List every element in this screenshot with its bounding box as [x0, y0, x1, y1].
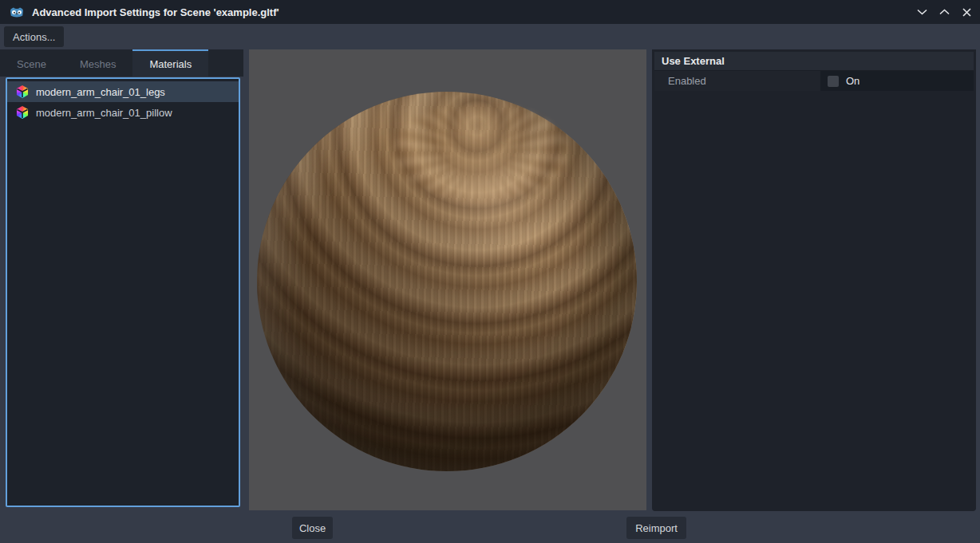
material-preview-viewport: [249, 49, 646, 510]
list-item-material-legs[interactable]: modern_arm_chair_01_legs: [7, 81, 239, 102]
material-icon: [16, 106, 29, 119]
window-controls: [915, 0, 974, 24]
tab-materials[interactable]: Materials: [132, 49, 208, 77]
enabled-checkbox[interactable]: [828, 76, 839, 87]
tab-bar: Scene Meshes Materials: [0, 49, 243, 77]
tab-meshes[interactable]: Meshes: [63, 49, 133, 77]
reimport-button[interactable]: Reimport: [626, 517, 686, 539]
list-item-material-pillow[interactable]: modern_arm_chair_01_pillow: [7, 102, 239, 123]
property-label: Enabled: [654, 71, 820, 91]
title-bar: Advanced Import Settings for Scene 'exam…: [0, 0, 980, 24]
material-preview-sphere: [257, 92, 637, 471]
chevron-up-icon[interactable]: [937, 5, 951, 19]
material-icon: [16, 85, 29, 98]
window-title: Advanced Import Settings for Scene 'exam…: [32, 6, 279, 18]
actions-button[interactable]: Actions...: [4, 26, 64, 47]
list-item-label: modern_arm_chair_01_pillow: [36, 107, 172, 119]
materials-list: modern_arm_chair_01_legs modern_arm_chai…: [6, 77, 240, 507]
property-row-enabled: Enabled On: [654, 71, 974, 91]
close-button[interactable]: Close: [292, 517, 333, 539]
godot-logo-icon: [9, 6, 25, 18]
property-value: On: [820, 71, 974, 91]
tab-scene[interactable]: Scene: [0, 49, 63, 77]
inspector-panel: Use External Enabled On: [652, 49, 976, 511]
list-item-label: modern_arm_chair_01_legs: [36, 86, 165, 98]
sphere-pole-texture: [393, 103, 568, 202]
chevron-down-icon[interactable]: [915, 5, 929, 19]
close-icon[interactable]: [959, 5, 974, 19]
section-use-external: Use External: [654, 52, 974, 71]
checkbox-value-label: On: [846, 75, 859, 87]
